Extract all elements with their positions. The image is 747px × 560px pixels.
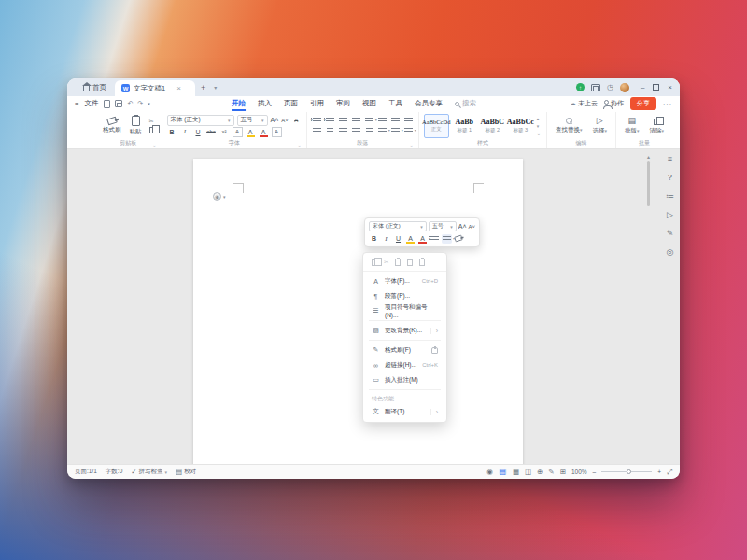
tab-list-caret-icon[interactable]: ▾ <box>211 78 219 96</box>
mini-format-painter-icon[interactable] <box>454 235 462 243</box>
style-heading3[interactable]: AaBbCc 标题 3 <box>508 114 533 138</box>
select-tool-icon[interactable]: ▷ <box>667 211 673 219</box>
scroll-up-icon[interactable]: ▴ <box>645 153 652 160</box>
paragraph-layout-button[interactable]: ◉ ▾ <box>213 192 226 201</box>
border-icon[interactable] <box>403 126 414 135</box>
grow-font-icon[interactable]: A˄ <box>271 117 279 123</box>
font-size-select[interactable]: 五号 ▾ <box>237 115 268 126</box>
typeset-button[interactable]: ▤ 排版▾ <box>621 117 643 135</box>
save-icon[interactable] <box>115 100 122 107</box>
decrease-indent-icon[interactable] <box>338 116 348 125</box>
paste-text-only-icon[interactable] <box>419 259 425 266</box>
styles-more-icon[interactable]: ⌄ <box>537 131 541 136</box>
align-center-icon[interactable] <box>325 126 335 135</box>
char-border-button[interactable]: A <box>272 127 282 137</box>
highlight-color-button[interactable]: A <box>246 127 256 137</box>
style-heading1[interactable]: AaBb 标题 1 <box>452 114 477 138</box>
tab-review[interactable]: 审阅 <box>336 96 350 111</box>
user-avatar[interactable] <box>620 83 629 92</box>
spellcheck-button[interactable]: ✓ 拼写检查 ▾ <box>131 468 167 476</box>
eye-protect-icon[interactable]: ◉ <box>486 469 493 476</box>
scrollbar-thumb[interactable] <box>647 161 650 206</box>
new-tab-button[interactable]: + <box>195 78 211 96</box>
mini-italic-button[interactable]: I <box>381 233 391 244</box>
menu-item-insert-comment[interactable]: ▭ 插入批注(M) <box>363 372 446 387</box>
strikethrough-button[interactable]: abc <box>206 127 217 137</box>
show-marks-icon[interactable] <box>390 116 401 125</box>
line-spacing-icon[interactable] <box>377 126 388 135</box>
cloud-sync-icon[interactable]: ↑ <box>576 83 585 91</box>
tab-reference[interactable]: 引用 <box>310 96 324 111</box>
mini-grow-font-icon[interactable]: A˄ <box>458 223 467 230</box>
help-icon[interactable]: ？ <box>666 174 674 182</box>
tab-document[interactable]: W 文字文稿1 × <box>115 80 195 96</box>
superscript-button[interactable]: x² <box>219 127 230 137</box>
outline-view-icon[interactable]: ▦ <box>513 469 519 476</box>
navigation-pane-icon[interactable]: ≔ <box>666 192 674 201</box>
tab-insert[interactable]: 插入 <box>258 96 272 111</box>
tab-member[interactable]: 会员专享 <box>415 96 443 111</box>
page-view-icon[interactable]: ▤ <box>499 469 507 476</box>
redo-icon[interactable]: ↷ <box>137 100 143 107</box>
style-normal[interactable]: AaBbCcDd 正文 <box>424 114 449 138</box>
sort-icon[interactable] <box>377 116 388 125</box>
history-clock-icon[interactable]: ◷ <box>607 84 613 91</box>
fullscreen-icon[interactable]: ⤢ <box>667 469 672 476</box>
share-button[interactable]: 分享 <box>630 97 656 110</box>
idea-bulb-icon[interactable]: ◎ <box>667 248 674 257</box>
cloud-status[interactable]: ☁ 未上云 <box>570 99 598 108</box>
italic-button[interactable]: I <box>180 127 190 137</box>
cut-icon[interactable]: ✂ <box>384 259 388 266</box>
two-page-view-icon[interactable]: ◫ <box>525 469 531 476</box>
vertical-scrollbar[interactable]: ▴ <box>645 153 652 464</box>
zoom-out-button[interactable]: – <box>593 469 597 475</box>
mini-bullet-list-icon[interactable] <box>430 234 440 244</box>
paste-icon[interactable] <box>395 259 401 266</box>
close-button[interactable]: × <box>668 84 672 91</box>
font-name-select[interactable]: 宋体 (正文) ▾ <box>167 115 234 126</box>
tab-home[interactable]: 首页 <box>75 78 115 96</box>
clear-button[interactable]: 清除▾ <box>646 117 669 135</box>
minimize-button[interactable]: – <box>641 84 644 91</box>
increase-indent-icon[interactable] <box>351 116 361 125</box>
thumb-up-icon[interactable] <box>431 347 438 354</box>
tab-start[interactable]: 开始 <box>232 96 246 111</box>
ribbon-search[interactable]: 搜索 <box>455 99 476 108</box>
align-left-icon[interactable] <box>312 126 322 135</box>
distribute-icon[interactable] <box>364 126 374 135</box>
align-right-icon[interactable] <box>338 126 348 135</box>
new-document-icon[interactable] <box>104 100 110 108</box>
tab-page[interactable]: 页面 <box>284 96 298 111</box>
mini-bold-button[interactable]: B <box>369 233 379 244</box>
format-painter-button[interactable]: 格式刷 <box>100 118 124 134</box>
char-shading-button[interactable]: A <box>233 127 243 137</box>
font-launcher-icon[interactable]: ⌄ <box>298 142 302 147</box>
properties-icon[interactable]: ≡ <box>668 155 672 163</box>
shrink-font-icon[interactable]: A˅ <box>281 118 289 123</box>
collaborate-button[interactable]: 协作 <box>604 99 624 108</box>
cut-icon[interactable]: ✂ <box>149 118 155 124</box>
more-menu-icon[interactable]: ··· <box>663 101 672 107</box>
find-replace-button[interactable]: 查找替换▾ <box>552 118 586 134</box>
menu-item-bullets-numbering[interactable]: ☰ 项目符号和编号(N)... <box>363 303 446 318</box>
pen-icon[interactable]: ✎ <box>667 230 674 238</box>
menu-item-format-painter[interactable]: ✎ 格式刷(F) <box>363 343 446 357</box>
zoom-slider[interactable] <box>601 471 652 472</box>
tab-view[interactable]: 视图 <box>362 96 376 111</box>
menu-item-change-background[interactable]: ▨ 更改背景(K)... › <box>363 323 446 338</box>
copy-icon[interactable] <box>372 259 377 266</box>
mini-underline-button[interactable]: U <box>393 233 403 244</box>
zoom-value[interactable]: 100% <box>571 469 587 475</box>
clear-format-icon[interactable]: A <box>291 115 302 125</box>
paragraph-launcher-icon[interactable]: ⌄ <box>410 142 414 147</box>
zoom-in-button[interactable]: + <box>657 469 661 475</box>
mini-line-spacing-icon[interactable] <box>442 234 452 244</box>
word-count[interactable]: 字数:0 <box>106 468 122 476</box>
mini-highlight-button[interactable]: A <box>405 233 416 244</box>
tab-tools[interactable]: 工具 <box>388 96 402 111</box>
shading-icon[interactable] <box>390 126 401 135</box>
menu-item-hyperlink[interactable]: ∞ 超链接(H)... Ctrl+K <box>363 357 446 372</box>
file-menu[interactable]: 文件 <box>84 99 98 108</box>
menu-item-font[interactable]: A 字体(F)... Ctrl+D <box>363 273 446 288</box>
underline-button[interactable]: U <box>193 127 204 137</box>
